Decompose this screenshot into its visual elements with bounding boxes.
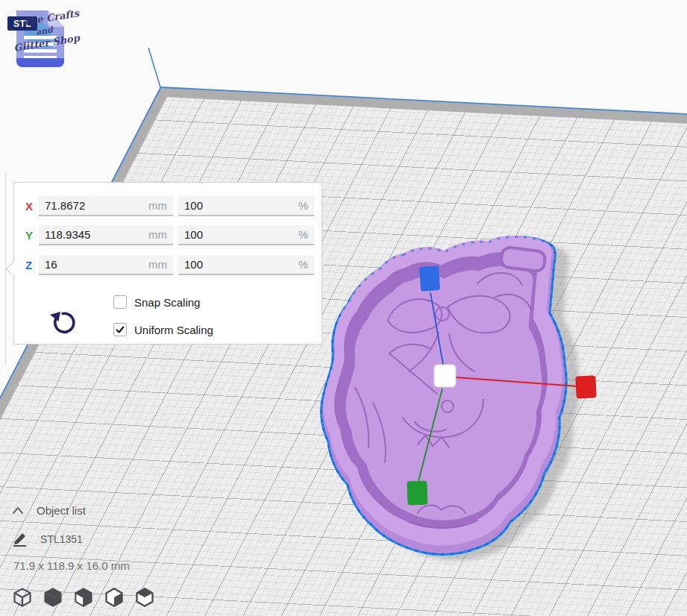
- right-side-view-icon[interactable]: [134, 587, 155, 608]
- scale-z-mm-input[interactable]: 16 mm: [39, 255, 173, 275]
- reset-icon: [47, 307, 77, 339]
- y-scale-handle[interactable]: [407, 481, 427, 506]
- hang-tab-slot: [501, 247, 546, 272]
- object-list-title: Object list: [37, 504, 86, 517]
- z-scale-handle[interactable]: [419, 265, 440, 292]
- pencil-icon: [12, 531, 29, 547]
- front-view-icon[interactable]: [43, 587, 63, 608]
- x-scale-handle[interactable]: [575, 375, 597, 398]
- scale-x-percent-unit: %: [298, 199, 308, 212]
- scale-y-mm-input[interactable]: 118.9345 mm: [39, 225, 173, 245]
- scale-y-mm-unit: mm: [148, 228, 167, 241]
- snap-scaling-checkbox[interactable]: [113, 295, 127, 309]
- scale-z-percent-input[interactable]: 100 %: [178, 255, 314, 275]
- checkmark-icon: [115, 324, 125, 335]
- uniform-scaling-label: Uniform Scaling: [134, 324, 213, 336]
- scale-z-percent-unit: %: [298, 258, 308, 271]
- object-list-header[interactable]: Object list: [12, 504, 86, 517]
- y-axis-label: Y: [25, 229, 39, 242]
- reset-scale-button[interactable]: [47, 307, 77, 339]
- scale-z-percent-value: 100: [184, 258, 203, 271]
- center-scale-handle[interactable]: [434, 365, 456, 387]
- view-toolbar: [12, 587, 155, 608]
- left-side-view-icon[interactable]: [104, 587, 125, 608]
- cura-viewport: STL The Crafts and Glitter Shop X 71.867…: [0, 0, 687, 616]
- scale-z-mm-unit: mm: [148, 258, 167, 271]
- top-view-icon[interactable]: [73, 587, 94, 608]
- object-name: STL1351: [40, 533, 83, 545]
- scale-y-percent-input[interactable]: 100 %: [178, 225, 314, 245]
- x-axis-label: X: [25, 200, 39, 213]
- scale-y-percent-value: 100: [184, 228, 203, 241]
- 3d-view-icon[interactable]: [12, 587, 33, 608]
- scale-y-mm-value: 118.9345: [45, 228, 90, 241]
- scale-x-mm-value: 71.8672: [45, 199, 85, 212]
- object-dimensions: 71.9 x 118.9 x 16.0 mm: [13, 559, 130, 572]
- stl-watermark: STL The Crafts and Glitter Shop: [6, 3, 78, 75]
- scale-x-mm-input[interactable]: 71.8672 mm: [39, 196, 173, 216]
- build-volume-corner-edge: [148, 48, 160, 87]
- scale-z-mm-value: 16: [45, 258, 57, 271]
- object-list-item[interactable]: STL1351: [12, 531, 83, 547]
- uniform-scaling-checkbox[interactable]: [113, 323, 127, 336]
- snap-scaling-label: Snap Scaling: [134, 296, 200, 309]
- chevron-up-icon: [12, 506, 24, 515]
- scale-tool-panel: X 71.8672 mm 100 % Y 118.9345 mm 100 % Z: [13, 182, 322, 345]
- scale-x-percent-input[interactable]: 100 %: [178, 196, 314, 216]
- scale-x-mm-unit: mm: [148, 199, 167, 212]
- scale-x-percent-value: 100: [184, 199, 203, 212]
- z-axis-label: Z: [25, 259, 39, 271]
- scale-y-percent-unit: %: [298, 228, 308, 241]
